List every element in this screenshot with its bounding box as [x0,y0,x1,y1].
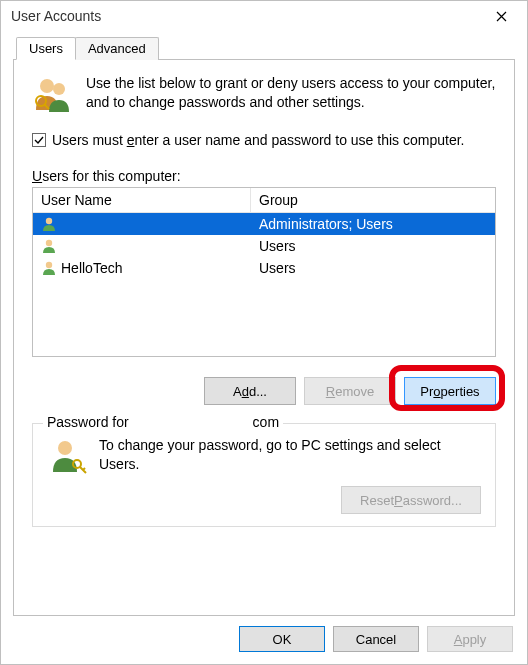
users-icon [32,74,72,114]
require-login-label: Users must enter a user name and passwor… [52,132,464,148]
cell-username: HelloTech [61,260,122,276]
svg-point-0 [40,79,54,93]
reset-password-button: Reset Password... [341,486,481,514]
password-groupbox: Password for com To change your password… [32,423,496,527]
listview-header: User Name Group [33,188,495,213]
apply-button: Apply [427,626,513,652]
cancel-button[interactable]: Cancel [333,626,419,652]
user-icon [41,238,57,254]
cell-group: Users [251,238,495,254]
password-text: To change your password, go to PC settin… [99,436,481,474]
dialog-button-row: OK Cancel Apply [1,616,527,664]
close-button[interactable] [481,3,521,29]
titlebar[interactable]: User Accounts [1,1,527,31]
svg-point-5 [46,262,52,268]
user-accounts-dialog: User Accounts Users Advanced Use the lis… [0,0,528,665]
intro-row: Use the list below to grant or deny user… [32,74,496,114]
remove-button: Remove [304,377,396,405]
listview-body: Administrators; Users Users HelloTech [33,213,495,356]
svg-point-6 [58,441,72,455]
list-item[interactable]: Users [33,235,495,257]
intro-text: Use the list below to grant or deny user… [86,74,496,112]
tab-advanced[interactable]: Advanced [75,37,159,60]
add-button[interactable]: Add... [204,377,296,405]
properties-button[interactable]: Properties [404,377,496,405]
checkbox-icon [32,133,46,147]
list-item[interactable]: HelloTech Users [33,257,495,279]
window-title: User Accounts [11,8,101,24]
cell-group: Administrators; Users [251,216,495,232]
user-icon [41,260,57,276]
column-header-group[interactable]: Group [251,188,495,212]
close-icon [496,11,507,22]
tab-users[interactable]: Users [16,37,76,60]
require-login-checkbox[interactable]: Users must enter a user name and passwor… [32,132,496,148]
ok-button[interactable]: OK [239,626,325,652]
list-item[interactable]: Administrators; Users [33,213,495,235]
users-listview[interactable]: User Name Group Administrators; Users [32,187,496,357]
svg-point-4 [46,240,52,246]
users-button-row: Add... Remove Properties [32,377,496,405]
column-header-username[interactable]: User Name [33,188,251,212]
svg-point-1 [53,83,65,95]
svg-point-3 [46,218,52,224]
password-groupbox-legend: Password for com [43,414,283,430]
cell-group: Users [251,260,495,276]
tab-strip: Users Advanced [13,37,515,59]
user-key-icon [47,436,87,476]
users-list-label: Users for this computer: [32,168,496,184]
tab-page-users: Use the list below to grant or deny user… [13,59,515,616]
user-icon [41,216,57,232]
